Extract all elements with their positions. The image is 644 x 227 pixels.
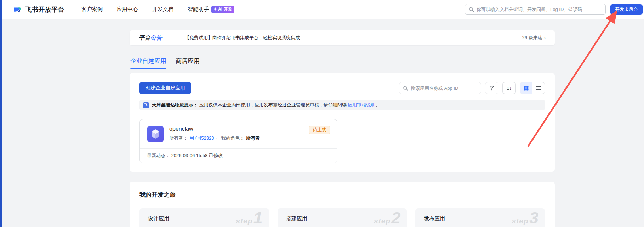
list-view-icon: [536, 86, 541, 90]
create-app-button[interactable]: 创建企业自建应用: [139, 82, 191, 94]
announcement-label: 平台公告: [139, 34, 162, 42]
owner-label: 所有者：: [169, 135, 188, 141]
app-meta: 所有者： 用户452323 · 我的角色： 所有者: [169, 135, 309, 141]
journey-title: 我的开发之旅: [139, 191, 545, 199]
app-card-openclaw[interactable]: openclaw 所有者： 用户452323 · 我的角色： 所有者 待上线 最…: [139, 119, 337, 163]
role-value: 所有者: [246, 135, 260, 141]
grid-view-button[interactable]: [520, 82, 532, 94]
tab-self-built-apps[interactable]: 企业自建应用: [130, 57, 166, 69]
review-guide-link[interactable]: 应用审核说明: [348, 102, 375, 107]
chevron-right-icon: ›: [544, 35, 546, 41]
notice-text: 天津鑫隆达物流提示： 应用仅供本企业内部使用，应用发布需经过企业管理员审核，请仔…: [152, 102, 380, 108]
app-name: openclaw: [169, 126, 309, 132]
tab-store-apps[interactable]: 商店应用: [176, 57, 200, 69]
app-search-input[interactable]: [411, 86, 477, 91]
global-search-input[interactable]: [477, 7, 602, 12]
step-card-design-app[interactable]: 设计应用 step1: [139, 208, 269, 227]
top-navbar: 飞书开放平台 客户案例 应用中心 开发文档 智能助手 ✦AI 开发 开发者后台: [0, 0, 644, 19]
primary-nav: 客户案例 应用中心 开发文档 智能助手 ✦AI 开发: [81, 6, 234, 13]
logo-text: 飞书开放平台: [25, 5, 64, 14]
feishu-logo[interactable]: 飞书开放平台: [13, 5, 64, 14]
global-search-box[interactable]: [465, 4, 606, 15]
search-icon: [469, 7, 474, 12]
status-badge: 待上线: [309, 126, 330, 134]
announcement-message[interactable]: 【免费试用】向你介绍飞书集成平台，轻松实现系统集成: [185, 35, 300, 41]
view-mode-toggle: [520, 82, 545, 94]
feishu-logo-icon: [13, 5, 22, 14]
app-info: openclaw 所有者： 用户452323 · 我的角色： 所有者: [169, 126, 309, 142]
nav-item-dev-docs[interactable]: 开发文档: [152, 6, 173, 13]
main-content: 平台公告 【免费试用】向你介绍飞书集成平台，轻松实现系统集成 26 条未读 › …: [130, 19, 555, 227]
activity-label: 最新动态：: [147, 153, 170, 158]
filter-button[interactable]: [485, 82, 498, 94]
app-card-top: openclaw 所有者： 用户452323 · 我的角色： 所有者 待上线: [140, 119, 337, 148]
unread-announcements[interactable]: 26 条未读 ›: [522, 35, 546, 41]
app-type-tabs: 企业自建应用 商店应用: [130, 57, 555, 69]
developer-console-button[interactable]: 开发者后台: [610, 4, 643, 15]
activity-value: 2026-03-06 15:58 已修改: [171, 153, 223, 158]
active-tab-underline: [130, 68, 166, 69]
step-card-publish-app[interactable]: 发布应用 step3: [415, 208, 545, 227]
dev-journey-panel: 我的开发之旅 设计应用 step1 搭建应用 step2 发布应用 step3: [130, 182, 555, 227]
meta-separator: ·: [216, 136, 217, 141]
app-search-box[interactable]: [399, 82, 481, 94]
unread-count: 26 条未读: [522, 35, 542, 41]
nav-item-app-center[interactable]: 应用中心: [117, 6, 138, 13]
window-edge-strip: [0, 0, 2, 227]
apps-toolbar: 创建企业自建应用 1↓: [139, 82, 545, 94]
filter-funnel-icon: [489, 85, 495, 91]
search-icon: [403, 86, 408, 91]
app-card-footer: 最新动态： 2026-03-06 15:58 已修改: [140, 148, 337, 163]
owner-link[interactable]: 用户452323: [189, 135, 214, 141]
journey-steps: 设计应用 step1 搭建应用 step2 发布应用 step3: [139, 208, 545, 227]
nav-item-ai-assistant[interactable]: 智能助手 ✦AI 开发: [188, 6, 234, 13]
org-logo-icon: 飞: [143, 102, 149, 108]
apps-panel: 创建企业自建应用 1↓: [130, 73, 555, 172]
sort-icon: 1↓: [507, 86, 512, 91]
role-label: 我的角色：: [221, 135, 244, 141]
ai-dev-badge: ✦AI 开发: [211, 6, 234, 13]
platform-announcement-banner: 平台公告 【免费试用】向你介绍飞书集成平台，轻松实现系统集成 26 条未读 ›: [130, 30, 555, 45]
app-icon: [147, 126, 164, 142]
sort-button[interactable]: 1↓: [502, 82, 516, 94]
org-notice-bar: 飞 天津鑫隆达物流提示： 应用仅供本企业内部使用，应用发布需经过企业管理员审核，…: [139, 100, 545, 110]
step-card-build-app[interactable]: 搭建应用 step2: [278, 208, 407, 227]
grid-view-icon: [524, 86, 529, 91]
list-view-button[interactable]: [532, 82, 545, 94]
sparkle-icon: ✦: [213, 7, 217, 12]
nav-item-customer-cases[interactable]: 客户案例: [81, 6, 103, 13]
apps-toolbar-right: 1↓: [399, 82, 545, 94]
